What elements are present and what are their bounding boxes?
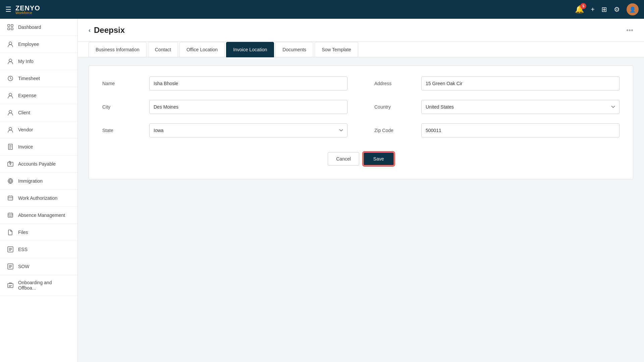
form-grid: Name City State IowaAlabamaAlaskaArizona… — [102, 76, 620, 147]
sidebar-item-work-auth[interactable]: Work Authorization — [0, 190, 77, 207]
body-wrap: Dashboard Employee My Info Timesheet Exp… — [0, 19, 644, 362]
sidebar-item-client[interactable]: Client — [0, 104, 77, 121]
myinfo-icon — [7, 58, 14, 65]
sidebar-item-timesheet[interactable]: Timesheet — [0, 70, 77, 87]
cancel-button[interactable]: Cancel — [328, 152, 359, 166]
city-input[interactable] — [149, 100, 347, 114]
svg-rect-3 — [11, 28, 13, 30]
tab-contact[interactable]: Contact — [148, 42, 178, 57]
svg-rect-14 — [8, 213, 13, 217]
gear-icon[interactable]: ⚙ — [614, 5, 620, 13]
sidebar-label-expense: Expense — [18, 93, 36, 98]
svg-point-9 — [9, 127, 12, 130]
zipcode-input[interactable] — [421, 123, 620, 137]
sidebar-item-ess[interactable]: ESS — [0, 241, 77, 258]
sidebar-label-timesheet: Timesheet — [18, 76, 40, 81]
sidebar-label-client: Client — [18, 110, 30, 115]
tab-invoice[interactable]: Invoice Location — [226, 42, 274, 57]
main-content: ‹ Deepsix ••• Business InformationContac… — [78, 19, 644, 362]
sidebar-label-onboarding: Onboarding and Offboa... — [18, 280, 71, 291]
sidebar-label-employee: Employee — [18, 42, 39, 47]
notification-badge: 5 — [580, 3, 586, 9]
svg-point-5 — [9, 59, 12, 62]
page-header: ‹ Deepsix ••• — [78, 19, 644, 42]
sidebar-item-absence[interactable]: Absence Management — [0, 207, 77, 224]
sidebar-item-expense[interactable]: Expense — [0, 87, 77, 104]
top-navbar: ☰ ZENYO Workforce 🔔 5 + ⊞ ⚙ 👤 — [0, 0, 644, 19]
hamburger-menu[interactable]: ☰ — [5, 5, 11, 13]
sidebar-label-files: Files — [18, 230, 28, 235]
form-actions: Cancel Save — [102, 152, 620, 166]
back-button[interactable]: ‹ — [89, 27, 91, 34]
tab-sow[interactable]: Sow Template — [315, 42, 358, 57]
ess-icon — [7, 246, 14, 253]
sidebar-item-employee[interactable]: Employee — [0, 36, 77, 53]
address-input[interactable] — [421, 76, 620, 90]
svg-rect-13 — [8, 196, 13, 200]
name-input[interactable] — [149, 76, 347, 90]
country-row: Country United StatesCanadaUnited Kingdo… — [374, 100, 620, 114]
sidebar-item-sow[interactable]: SOW — [0, 258, 77, 275]
expense-icon — [7, 92, 14, 99]
sidebar-label-invoice: Invoice — [18, 144, 33, 149]
more-options-button[interactable]: ••• — [626, 26, 633, 34]
dashboard-icon — [7, 23, 14, 31]
country-select[interactable]: United StatesCanadaUnited KingdomAustral… — [421, 100, 620, 114]
sidebar-label-work-auth: Work Authorization — [18, 195, 57, 201]
work-auth-icon — [7, 194, 14, 202]
sidebar-item-files[interactable]: Files — [0, 224, 77, 241]
sidebar-label-immigration: Immigration — [18, 178, 43, 184]
sidebar-item-onboarding[interactable]: Onboarding and Offboa... — [0, 275, 77, 296]
state-row: State IowaAlabamaAlaskaArizonaCalifornia… — [102, 123, 347, 137]
sidebar-label-ess: ESS — [18, 247, 28, 252]
form-right-col: Address Country United StatesCanadaUnite… — [374, 76, 620, 147]
svg-rect-0 — [8, 24, 10, 26]
state-label: State — [102, 128, 143, 133]
city-row: City — [102, 100, 347, 114]
absence-icon — [7, 212, 14, 219]
sidebar-label-absence: Absence Management — [18, 213, 65, 218]
sidebar-label-sow: SOW — [18, 264, 29, 269]
sow-icon — [7, 263, 14, 270]
name-row: Name — [102, 76, 347, 90]
add-icon[interactable]: + — [591, 6, 595, 13]
save-button[interactable]: Save — [363, 152, 394, 166]
tabs-bar: Business InformationContactOffice Locati… — [78, 42, 644, 57]
page-header-left: ‹ Deepsix — [89, 25, 125, 35]
files-icon — [7, 229, 14, 236]
name-label: Name — [102, 81, 143, 86]
sidebar-label-myinfo: My Info — [18, 59, 34, 64]
sidebar: Dashboard Employee My Info Timesheet Exp… — [0, 19, 78, 362]
accounts-payable-icon — [7, 160, 14, 168]
address-row: Address — [374, 76, 620, 90]
tab-documents[interactable]: Documents — [275, 42, 313, 57]
sidebar-item-vendor[interactable]: Vendor — [0, 121, 77, 138]
sidebar-label-accounts-payable: Accounts Payable — [18, 161, 56, 167]
state-select[interactable]: IowaAlabamaAlaskaArizonaCaliforniaColora… — [149, 123, 347, 137]
tab-office[interactable]: Office Location — [179, 42, 225, 57]
timesheet-icon — [7, 75, 14, 82]
sidebar-item-myinfo[interactable]: My Info — [0, 53, 77, 70]
svg-rect-2 — [8, 28, 10, 30]
city-label: City — [102, 104, 143, 110]
employee-icon — [7, 41, 14, 48]
sidebar-item-invoice[interactable]: Invoice — [0, 138, 77, 156]
tab-business[interactable]: Business Information — [89, 42, 147, 57]
address-label: Address — [374, 81, 415, 86]
sidebar-item-accounts-payable[interactable]: Accounts Payable — [0, 156, 77, 173]
form-left-col: Name City State IowaAlabamaAlaskaArizona… — [102, 76, 347, 147]
sidebar-item-immigration[interactable]: Immigration — [0, 173, 77, 190]
sidebar-label-vendor: Vendor — [18, 127, 33, 132]
svg-point-8 — [9, 110, 12, 113]
topnav-right: 🔔 5 + ⊞ ⚙ 👤 — [575, 3, 639, 15]
vendor-icon — [7, 126, 14, 133]
invoice-icon — [7, 143, 14, 150]
grid-icon[interactable]: ⊞ — [601, 5, 607, 13]
zipcode-row: Zip Code — [374, 123, 620, 137]
user-avatar[interactable]: 👤 — [627, 3, 639, 15]
brand-logo: ZENYO Workforce — [15, 4, 40, 15]
sidebar-item-dashboard[interactable]: Dashboard — [0, 19, 77, 36]
immigration-icon — [7, 177, 14, 185]
zipcode-label: Zip Code — [374, 128, 415, 133]
notification-icon[interactable]: 🔔 5 — [575, 5, 584, 14]
